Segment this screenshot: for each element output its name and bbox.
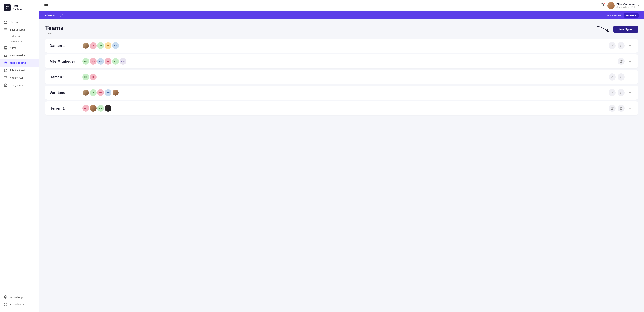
- page-subtitle: 7 Teams: [45, 32, 64, 35]
- team-list: Damen 1EFMISKESAlle MitgliederEHMSBHEFEK…: [45, 39, 638, 117]
- member-avatar: EF: [90, 42, 96, 49]
- sidebar-item-label: Wettbewerbe: [10, 54, 25, 57]
- member-avatars: EHMSBHEFEK+ 10: [82, 58, 126, 65]
- expand-team-button[interactable]: [626, 74, 634, 80]
- sidebar-item-label: Neuigkeiten: [10, 84, 24, 87]
- user-menu-chevron-icon: ▾: [638, 4, 639, 7]
- svg-rect-2: [8, 6, 9, 8]
- sidebar-item-einstellungen[interactable]: Einstellungen: [0, 301, 39, 308]
- sidebar-item-buchungsplan[interactable]: Buchungsplan: [0, 26, 39, 33]
- member-avatar: EK: [112, 58, 119, 65]
- team-name: Vorstand: [50, 90, 80, 95]
- team-card-left: Damen 1ESEH: [50, 74, 96, 80]
- main-area: Elias Gutmann Steckkarten: 10/10 ▾ Admin…: [39, 0, 644, 312]
- member-avatar: SK: [105, 42, 112, 49]
- sidebar-item-aussenplaetze[interactable]: Außenplätze: [0, 39, 39, 44]
- mail-icon: [4, 76, 8, 80]
- sidebar-item-label: Arbeitsdienst: [10, 69, 25, 72]
- notification-dot: [604, 2, 605, 4]
- menu-button[interactable]: [44, 4, 48, 7]
- admin-panel-label: Adminpanel: [44, 14, 58, 17]
- edit-team-button[interactable]: [608, 42, 616, 49]
- sidebar-item-label: Nachrichten: [10, 76, 24, 79]
- role-badge[interactable]: Admin ▾: [624, 13, 639, 18]
- member-avatar: ES: [82, 74, 89, 80]
- member-avatar: EF: [105, 58, 112, 65]
- logo-icon: [4, 4, 11, 11]
- edit-team-button[interactable]: [608, 89, 616, 96]
- team-card: VorstandEHMSBH: [45, 86, 638, 100]
- sidebar-item-hallenplaetze[interactable]: Hallenplätze: [0, 33, 39, 39]
- expand-team-button[interactable]: [626, 42, 634, 49]
- delete-team-button[interactable]: [618, 42, 624, 49]
- member-avatar: BH: [105, 89, 112, 96]
- sidebar-item-label: Einstellungen: [10, 303, 25, 306]
- avatar-photo: [82, 89, 89, 96]
- sidebar-item-verwaltung[interactable]: Verwaltung: [0, 293, 39, 301]
- member-avatar: EH: [90, 89, 96, 96]
- delete-team-button[interactable]: [618, 89, 624, 96]
- expand-team-button[interactable]: [626, 89, 634, 96]
- page-content: Teams 7 Teams Hinzufügen +: [39, 20, 644, 312]
- svg-rect-0: [6, 6, 7, 8]
- person-icon: [4, 61, 8, 65]
- user-menu[interactable]: Elias Gutmann Steckkarten: 10/10 ▾: [608, 2, 639, 9]
- avatar: [608, 2, 614, 9]
- topbar-left: [44, 4, 48, 7]
- expand-team-button[interactable]: [626, 58, 634, 65]
- team-card-right: [618, 58, 634, 65]
- delete-team-button[interactable]: [618, 74, 624, 80]
- sidebar-item-arbeitsdienst[interactable]: Arbeitsdienst: [0, 66, 39, 74]
- admin-bar-left: Adminpanel i: [44, 14, 63, 17]
- svg-rect-3: [4, 28, 7, 31]
- edit-team-button[interactable]: [608, 105, 616, 112]
- avatar-photo: [82, 42, 89, 49]
- delete-team-button[interactable]: [618, 105, 624, 112]
- team-card-left: Alle MitgliederEHMSBHEFEK+ 10: [50, 58, 126, 65]
- edit-team-button[interactable]: [618, 58, 624, 65]
- role-label: Benutzerrolle:: [606, 14, 621, 17]
- team-card: Damen 1EFMISKES: [45, 39, 638, 52]
- expand-team-button[interactable]: [626, 105, 634, 112]
- sidebar-item-meine-teams[interactable]: Meine Teams: [0, 59, 39, 66]
- add-team-button[interactable]: Hinzufügen +: [614, 26, 638, 33]
- role-chevron-icon: ▾: [635, 14, 636, 17]
- team-name: Damen 1: [50, 75, 80, 79]
- member-avatar: BH: [97, 58, 104, 65]
- sidebar-item-uebersicht[interactable]: Übersicht: [0, 18, 39, 26]
- book-icon: [4, 46, 8, 50]
- team-card-right: [608, 105, 634, 112]
- notification-button[interactable]: [600, 3, 604, 8]
- page-header: Teams 7 Teams Hinzufügen +: [45, 24, 638, 35]
- sidebar-item-nachrichten[interactable]: Nachrichten: [0, 74, 39, 82]
- team-name: Damen 1: [50, 44, 80, 48]
- svg-point-10: [5, 297, 6, 298]
- sidebar-item-label: Verwaltung: [10, 296, 22, 298]
- admin-bar-right: Benutzerrolle: Admin ▾: [606, 13, 639, 18]
- user-name: Elias Gutmann: [616, 3, 635, 6]
- page-title-section: Teams 7 Teams: [45, 24, 64, 35]
- sidebar-bottom: Verwaltung Einstellungen: [0, 290, 39, 312]
- calendar-icon: [4, 28, 8, 32]
- sidebar-item-wettbewerbe[interactable]: Wettbewerbe: [0, 52, 39, 59]
- admin-info-icon[interactable]: i: [60, 14, 63, 17]
- svg-rect-1: [6, 8, 7, 9]
- member-avatar: EH: [82, 58, 89, 65]
- sidebar-item-kurse[interactable]: Kurse: [0, 44, 39, 52]
- svg-point-11: [5, 304, 6, 305]
- user-details: Elias Gutmann Steckkarten: 10/10: [616, 3, 635, 8]
- more-members-badge: + 10: [120, 58, 126, 65]
- sidebar-item-label: Kurse: [10, 46, 16, 50]
- team-name: Alle Mitglieder: [50, 59, 80, 64]
- team-name: Herren 1: [50, 106, 80, 110]
- member-avatar: MS: [97, 89, 104, 96]
- arrow-annotation: [596, 24, 610, 34]
- edit-team-button[interactable]: [608, 74, 616, 80]
- main-nav: Übersicht Buchungsplan Hallenplätze Auße…: [0, 16, 39, 290]
- home-icon: [4, 20, 8, 24]
- triangle-icon: [4, 54, 8, 57]
- admin-bar: Adminpanel i Benutzerrolle: Admin ▾: [39, 11, 644, 20]
- sidebar-item-neuigkeiten[interactable]: Neuigkeiten: [0, 82, 39, 89]
- sidebar-item-label: Meine Teams: [10, 61, 26, 64]
- user-steckkarten: Steckkarten: 10/10: [616, 6, 635, 8]
